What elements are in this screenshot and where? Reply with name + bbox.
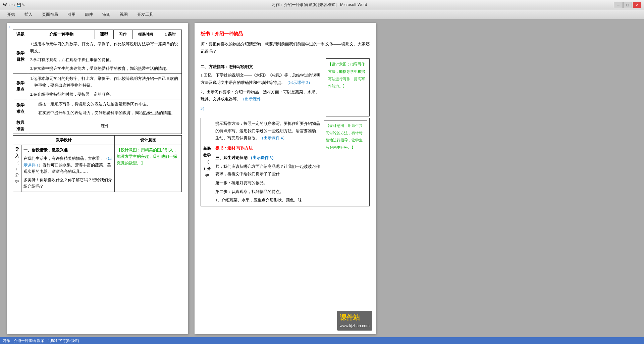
design-col2-header: 设计意图 xyxy=(115,136,182,145)
materials-content: 课件 xyxy=(28,118,182,134)
section2-design-note: 【设计意图；指导写作方法，能指导学生根据写法进行写作，提高写作能力。】 xyxy=(326,59,370,116)
step-c: 1、介绍蔬菜、水果，应重点介绍形状、颜色、味 xyxy=(215,197,321,204)
page-2: 板书：介绍一种物品 师：要把你喜欢的物品介绍清楚哟，就要用到前面我们前面学过的一… xyxy=(195,23,376,334)
step1-text: 1 回忆一下学过的说明文——《太阳》《松鼠》等，总结学过的说明方法及说明文中语言… xyxy=(201,72,323,86)
tab-reference[interactable]: 引用 xyxy=(63,10,80,19)
courseware-3-link-cont: 3） xyxy=(201,105,323,112)
intro-title: 一、创设情景，激发兴趣 xyxy=(23,147,112,153)
status-text: 习作：介绍一种事物 教案：1,504 字符(近似值)。 xyxy=(3,338,83,343)
step-a: 第一步：确定好要写的物品。 xyxy=(215,180,321,187)
table-row-difficulty: 教学 难点 能按一定顺序写作，将说明文的表达方法恰当运用到习作中去。 在实践中提… xyxy=(13,99,182,118)
watermark-text-1: 课件站 xyxy=(340,312,370,323)
table-row-materials: 教具 准备 课件 xyxy=(13,118,182,134)
status-bar: 习作：介绍一种事物 教案：1,504 字符(近似值)。 xyxy=(0,337,644,344)
difficulty-content: 能按一定顺序写作，将说明文的表达方法恰当运用到习作中去。 在实践中提升学生的表达… xyxy=(28,99,182,118)
courseware-2-link: （出示课件 2） xyxy=(285,80,312,85)
teacher-para-3: 师：我们应该从哪几方面介绍商品呢？让我们一起读读习作要求，看看文中给我们提示了了… xyxy=(215,163,321,178)
intro-para2: 多美呀！你最喜欢什么？你了解它吗？想给我们介绍介绍吗？ xyxy=(23,177,112,190)
obj-item1: 1.运用本单元学习的列数字、打比方、举例子、作比较等说明方法学写一篇简单的说明文… xyxy=(30,41,179,54)
key-point-label: 教学 重点 xyxy=(13,73,28,99)
design-note-2: 【设计意图；指导写作方法，能指导学生根据写法进行写作，提高写作能力。】 xyxy=(328,62,365,88)
col-course-label: 课题 xyxy=(13,30,28,39)
quick-access: ↩ ↪ 💾 ✎ xyxy=(8,3,25,7)
tab-review[interactable]: 审阅 xyxy=(98,10,115,19)
key-item1: 1.运用本单元学习的列数字、打比方、举例子、作比较等说明方法介绍一自己喜欢的一种… xyxy=(30,75,179,89)
new-lesson-content: 提示写作方法：按照一定的顺序来写。要抓住所要介绍物品的特点来写。运用我们学过的一… xyxy=(213,118,370,206)
tab-mail[interactable]: 邮件 xyxy=(80,10,97,19)
table-row-objective: 教学 目标 1.运用本单元学习的列数字、打比方、举例子、作比较等说明方法学写一篇… xyxy=(13,39,182,74)
window-title: 习作：介绍一种事物 教案 [兼容模式] - Microsoft Word xyxy=(272,2,367,8)
diff-item1: 能按一定顺序写作，将说明文的表达方法恰当运用到习作中去。 xyxy=(30,101,179,107)
courseware-4-link: （出示课件 4） xyxy=(260,136,287,140)
tab-developer[interactable]: 开发工具 xyxy=(133,10,158,19)
page-1: + 课题 介绍一种事物 课型 习作 授课时间 1 课时 教学 目标 1.运用本单… xyxy=(7,23,188,334)
ribbon: 开始 插入 页面布局 引用 邮件 审阅 视图 开发工具 xyxy=(0,10,644,19)
lesson-table: 课题 介绍一种事物 课型 习作 授课时间 1 课时 教学 目标 1.运用本单元学… xyxy=(13,30,182,134)
title-bar-left: W ↩ ↪ 💾 ✎ xyxy=(3,2,25,8)
table-header-row: 课题 介绍一种事物 课型 习作 授课时间 1 课时 xyxy=(13,30,182,39)
obj-item3: 3.在实践中提升学生的表达能力，受到热爱科学的教育，陶冶热爱生活的情趣。 xyxy=(30,65,179,72)
tab-start[interactable]: 开始 xyxy=(3,10,19,19)
section3-title: 三、师生讨论归纳 （出示课件 5） xyxy=(215,154,321,162)
new-lesson-wrapper: 新课 教学 （ ）分 钟 提示写作方法：按照一定的顺序来写。要抓住所要介绍物品的… xyxy=(201,118,370,206)
intro-time: （ ）分 xyxy=(15,159,19,179)
design-header-row: 教学设计 设计意图 xyxy=(13,136,182,145)
section2-title: 二、方法指导：怎样写说明文 xyxy=(201,63,323,71)
intro-minute: 钟 xyxy=(15,179,19,185)
obj-item2: 2.学习有序观察，并在观察中抓住事物的特征。 xyxy=(30,56,179,63)
design-note-3: 【设计意图，用师生共同讨论的方法，有针对性地进行指导，让学生写起来更轻松。】 xyxy=(326,124,363,149)
blackboard-2: 板书：选材 写作方法 xyxy=(215,145,321,152)
new-lesson-label: 新课 教学 （ ）分 钟 xyxy=(201,118,213,206)
courseware-3-link: （出示课件 xyxy=(241,97,261,101)
table-row-key-point: 教学 重点 1.运用本单元学习的列数字、打比方、举例子、作比较等说明方法介绍一自… xyxy=(13,73,182,99)
step2-text: 2、出示习作要求：介绍一种物品，选材方面：可以是蔬菜、水果、玩具、文具或电器等。… xyxy=(201,89,323,103)
intro-content: 一、创设情景，激发兴趣 在我们生活中，有许多精美的物品，大家看：（出示课件 1）… xyxy=(21,145,115,192)
col-type-label: 课型 xyxy=(95,30,113,39)
difficulty-label: 教学 难点 xyxy=(13,99,28,118)
design-table: 教学设计 设计意图 导入 （ ）分 钟 一、创设情景，激发兴趣 在我们生活中，有… xyxy=(13,135,182,192)
watermark-text-2: www.kjzhan.com xyxy=(340,323,370,329)
add-content-icon[interactable]: + xyxy=(8,23,11,31)
tab-insert[interactable]: 插入 xyxy=(20,10,37,19)
new-lesson-table: 二、方法指导：怎样写说明文 1 回忆一下学过的说明文——《太阳》《松鼠》等，总结… xyxy=(201,58,370,116)
intro-design-text: 【设计意图；用精美的图片引入，能激发学生的兴趣，吸引他们一探究竟的欲望。】 xyxy=(117,148,177,165)
key-point-content: 1.运用本单元学习的列数字、打比方、举例子、作比较等说明方法介绍一自己喜欢的一种… xyxy=(28,73,182,99)
section2-row: 二、方法指导：怎样写说明文 1 回忆一下学过的说明文——《太阳》《松鼠》等，总结… xyxy=(201,59,370,116)
materials-label: 教具 准备 xyxy=(13,118,28,134)
step-b: 第二步：认真观察，找到物品的特点。 xyxy=(215,188,321,196)
courseware-5-link: （出示课件 5） xyxy=(249,155,276,160)
step3-writing-hint: 提示写作方法：按照一定的顺序来写。要抓住所要介绍物品的特点来写。运用我们学过的一… xyxy=(215,120,321,142)
minimize-button[interactable]: ─ xyxy=(614,2,623,8)
new-lesson-design-note: 【设计意图，用师生共同讨论的方法，有针对性地进行指导，让学生写起来更轻松。】 xyxy=(324,120,367,204)
intro-label: 导入 （ ）分 钟 xyxy=(13,145,21,192)
diff-item2: 在实践中提升学生的表达能力，受到热爱科学的教育，陶冶热爱生活的情趣。 xyxy=(30,109,179,116)
main-area: + 课题 介绍一种事物 课型 习作 授课时间 1 课时 教学 目标 1.运用本单… xyxy=(0,19,644,337)
col-type-val: 习作 xyxy=(113,30,132,39)
teacher-para-1: 师：要把你喜欢的物品介绍清楚哟，就要用到前面我们前面学过的一种文体——说明文。大… xyxy=(201,41,370,55)
intro-design-note: 【设计意图；用精美的图片引入，能激发学生的兴趣，吸引他们一探究竟的欲望。】 xyxy=(115,145,182,192)
intro-para1: 在我们生活中，有许多精美的物品，大家看：（出示课件 1）香甜可口的水果、营养丰富… xyxy=(23,155,112,175)
window-controls[interactable]: ─ □ ✕ xyxy=(614,2,641,8)
restore-button[interactable]: □ xyxy=(623,2,632,8)
title-bar: W ↩ ↪ 💾 ✎ 习作：介绍一种事物 教案 [兼容模式] - Microsof… xyxy=(0,0,644,10)
document-area: + 课题 介绍一种事物 课型 习作 授课时间 1 课时 教学 目标 1.运用本单… xyxy=(0,19,644,337)
objective-label: 教学 目标 xyxy=(13,39,28,74)
section2-left: 二、方法指导：怎样写说明文 1 回忆一下学过的说明文——《太阳》《松鼠》等，总结… xyxy=(201,59,326,116)
close-button[interactable]: ✕ xyxy=(633,2,641,8)
tab-layout[interactable]: 页面布局 xyxy=(38,10,62,19)
right-page-content: 板书：介绍一种物品 师：要把你喜欢的物品介绍清楚哟，就要用到前面我们前面学过的一… xyxy=(201,30,370,206)
blackboard-title-1: 板书：介绍一种物品 xyxy=(201,30,370,38)
courseware-link-1: 出示课件 1 xyxy=(23,156,112,167)
design-col1-header: 教学设计 xyxy=(13,136,115,145)
app-icon: W xyxy=(3,2,7,8)
objective-content: 1.运用本单元学习的列数字、打比方、举例子、作比较等说明方法学写一篇简单的说明文… xyxy=(28,39,182,74)
new-lesson-main: 提示写作方法：按照一定的顺序来写。要抓住所要介绍物品的特点来写。运用我们学过的一… xyxy=(215,120,321,204)
col-time-val: 1 课时 xyxy=(159,30,181,39)
design-intro-row: 导入 （ ）分 钟 一、创设情景，激发兴趣 在我们生活中，有许多精美的物品，大家… xyxy=(13,145,182,192)
key-item2: 2.在介绍事物特征的时候，要按照一定的顺序。 xyxy=(30,91,179,98)
watermark: 课件站 www.kjzhan.com xyxy=(337,311,372,331)
tab-view[interactable]: 视图 xyxy=(115,10,132,19)
col-time-label: 授课时间 xyxy=(132,30,159,39)
col-course-name: 介绍一种事物 xyxy=(28,30,95,39)
